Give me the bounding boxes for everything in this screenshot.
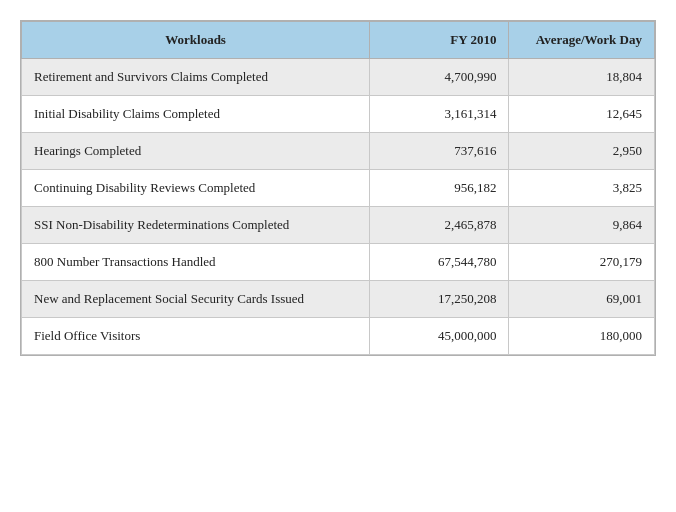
cell-workload: Field Office Visitors <box>22 318 370 355</box>
cell-avgworkday: 18,804 <box>509 59 655 96</box>
cell-workload: Initial Disability Claims Completed <box>22 96 370 133</box>
table-row: Retirement and Survivors Claims Complete… <box>22 59 655 96</box>
cell-workload: Hearings Completed <box>22 133 370 170</box>
workloads-table: Workloads FY 2010 Average/Work Day Retir… <box>20 20 656 356</box>
table-row: Continuing Disability Reviews Completed9… <box>22 170 655 207</box>
cell-fy2010: 3,161,314 <box>370 96 509 133</box>
cell-avgworkday: 3,825 <box>509 170 655 207</box>
cell-fy2010: 737,616 <box>370 133 509 170</box>
header-workloads: Workloads <box>22 22 370 59</box>
table-row: Hearings Completed737,6162,950 <box>22 133 655 170</box>
table-row: SSI Non-Disability Redeterminations Comp… <box>22 207 655 244</box>
cell-avgworkday: 180,000 <box>509 318 655 355</box>
cell-workload: New and Replacement Social Security Card… <box>22 281 370 318</box>
cell-fy2010: 956,182 <box>370 170 509 207</box>
cell-fy2010: 45,000,000 <box>370 318 509 355</box>
table-row: Field Office Visitors45,000,000180,000 <box>22 318 655 355</box>
cell-workload: 800 Number Transactions Handled <box>22 244 370 281</box>
cell-workload: Retirement and Survivors Claims Complete… <box>22 59 370 96</box>
cell-fy2010: 17,250,208 <box>370 281 509 318</box>
cell-avgworkday: 69,001 <box>509 281 655 318</box>
cell-fy2010: 67,544,780 <box>370 244 509 281</box>
cell-avgworkday: 2,950 <box>509 133 655 170</box>
header-avgworkday: Average/Work Day <box>509 22 655 59</box>
cell-workload: Continuing Disability Reviews Completed <box>22 170 370 207</box>
table-header-row: Workloads FY 2010 Average/Work Day <box>22 22 655 59</box>
table-row: New and Replacement Social Security Card… <box>22 281 655 318</box>
cell-avgworkday: 270,179 <box>509 244 655 281</box>
cell-fy2010: 2,465,878 <box>370 207 509 244</box>
cell-avgworkday: 9,864 <box>509 207 655 244</box>
cell-workload: SSI Non-Disability Redeterminations Comp… <box>22 207 370 244</box>
table-row: Initial Disability Claims Completed3,161… <box>22 96 655 133</box>
header-fy2010: FY 2010 <box>370 22 509 59</box>
table-row: 800 Number Transactions Handled67,544,78… <box>22 244 655 281</box>
cell-avgworkday: 12,645 <box>509 96 655 133</box>
cell-fy2010: 4,700,990 <box>370 59 509 96</box>
